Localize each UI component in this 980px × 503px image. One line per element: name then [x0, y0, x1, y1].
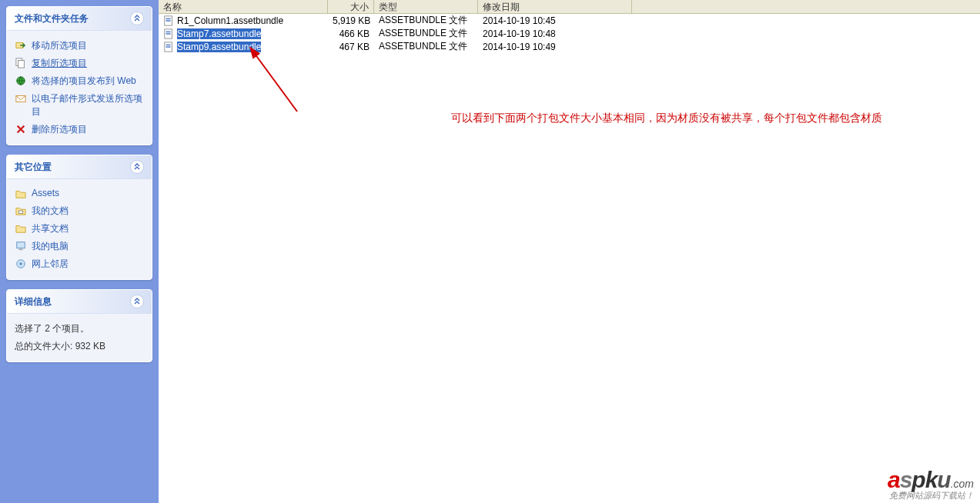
place-label: 网上邻居 — [32, 258, 144, 271]
file-name: Stamp9.assetbundle — [177, 42, 261, 52]
svg-rect-17 — [166, 44, 171, 45]
web-icon — [15, 75, 27, 87]
place-label: 我的电脑 — [32, 240, 144, 253]
watermark-sub: 免费网站源码下载站！ — [888, 490, 974, 501]
svg-rect-12 — [166, 20, 171, 22]
file-date: 2014-10-19 10:49 — [478, 42, 632, 52]
network-icon — [15, 258, 27, 270]
file-row[interactable]: Stamp7.assetbundle 466 KB ASSETBUNDLE 文件… — [159, 27, 980, 40]
place-shared[interactable]: 共享文档 — [15, 220, 144, 238]
svg-point-9 — [19, 262, 22, 265]
places-panel-header[interactable]: 其它位置 — [7, 155, 152, 179]
places-panel: 其它位置 Assets 我的文档 共享文档 我的电脑 — [6, 155, 152, 280]
svg-rect-11 — [166, 18, 171, 19]
mydocs-icon — [15, 205, 27, 217]
watermark-brand: aspku.com — [888, 467, 974, 493]
svg-line-19 — [255, 54, 297, 112]
details-totalsize: 总的文件大小: 932 KB — [15, 338, 144, 355]
column-header-date[interactable]: 修改日期 — [478, 0, 632, 13]
task-copy[interactable]: 复制所选项目 — [15, 55, 144, 72]
task-email[interactable]: 以电子邮件形式发送所选项目 — [15, 90, 144, 121]
svg-rect-7 — [18, 249, 22, 251]
shared-icon — [15, 222, 27, 235]
column-header-name[interactable]: 名称 — [159, 0, 328, 13]
details-panel-title: 详细信息 — [15, 295, 52, 308]
file-size: 467 KB — [328, 42, 374, 52]
place-network[interactable]: 网上邻居 — [15, 255, 144, 273]
tasks-panel-body: 移动所选项目 复制所选项目 将选择的项目发布到 Web 以电子邮件形式发送所选项… — [7, 31, 152, 145]
file-size: 466 KB — [328, 28, 374, 39]
svg-rect-18 — [166, 46, 171, 48]
collapse-icon[interactable] — [130, 160, 144, 174]
tasks-panel: 文件和文件夹任务 移动所选项目 复制所选项目 将选择的项目发布到 Web 以电子… — [6, 6, 152, 145]
file-row[interactable]: Stamp9.assetbundle 467 KB ASSETBUNDLE 文件… — [159, 40, 980, 53]
file-name: Stamp7.assetbundle — [177, 28, 261, 39]
svg-rect-5 — [18, 211, 22, 214]
file-type: ASSETBUNDLE 文件 — [374, 14, 478, 27]
copy-icon — [15, 57, 27, 69]
details-selection: 选择了 2 个项目。 — [15, 320, 144, 338]
task-label: 以电子邮件形式发送所选项目 — [32, 92, 144, 118]
task-delete[interactable]: 删除所选项目 — [15, 121, 144, 138]
explorer-sidebar: 文件和文件夹任务 移动所选项目 复制所选项目 将选择的项目发布到 Web 以电子… — [0, 0, 159, 503]
mail-icon — [15, 92, 27, 105]
task-label: 移动所选项目 — [32, 39, 144, 52]
places-panel-body: Assets 我的文档 共享文档 我的电脑 网上邻居 — [7, 179, 152, 279]
tasks-panel-header[interactable]: 文件和文件夹任务 — [7, 7, 152, 31]
file-type: ASSETBUNDLE 文件 — [374, 40, 478, 53]
task-move[interactable]: 移动所选项目 — [15, 37, 144, 55]
annotation-text: 可以看到下面两个打包文件大小基本相同，因为材质没有被共享，每个打包文件都包含材质 — [451, 112, 882, 125]
details-panel-header[interactable]: 详细信息 — [7, 290, 152, 314]
svg-rect-6 — [17, 242, 25, 248]
task-label: 删除所选项目 — [32, 123, 144, 136]
details-panel-body: 选择了 2 个项目。 总的文件大小: 932 KB — [7, 314, 152, 361]
place-mydocs[interactable]: 我的文档 — [15, 202, 144, 220]
details-panel: 详细信息 选择了 2 个项目。 总的文件大小: 932 KB — [6, 289, 152, 362]
task-label: 复制所选项目 — [32, 57, 144, 70]
places-panel-title: 其它位置 — [15, 161, 52, 174]
svg-rect-2 — [18, 61, 25, 68]
place-label: Assets — [32, 188, 144, 198]
delete-icon — [15, 123, 27, 135]
place-computer[interactable]: 我的电脑 — [15, 238, 144, 255]
column-header-row: 名称 大小 类型 修改日期 — [159, 0, 980, 14]
computer-icon — [15, 240, 27, 252]
task-label: 将选择的项目发布到 Web — [32, 75, 144, 88]
column-header-size[interactable]: 大小 — [328, 0, 374, 13]
file-row[interactable]: R1_Column1.assetbundle 5,919 KB ASSETBUN… — [159, 14, 980, 27]
file-icon — [163, 42, 174, 52]
file-type: ASSETBUNDLE 文件 — [374, 27, 478, 40]
file-icon — [163, 28, 174, 39]
svg-rect-14 — [166, 31, 171, 32]
file-list-body: R1_Column1.assetbundle 5,919 KB ASSETBUN… — [159, 14, 980, 53]
file-name: R1_Column1.assetbundle — [177, 15, 283, 26]
file-size: 5,919 KB — [328, 15, 374, 26]
file-list-pane: 名称 大小 类型 修改日期 R1_Column1.assetbundle 5,9… — [159, 0, 980, 503]
file-icon — [163, 15, 174, 26]
move-icon — [15, 39, 27, 52]
collapse-icon[interactable] — [130, 295, 144, 308]
file-date: 2014-10-19 10:48 — [478, 28, 632, 39]
file-date: 2014-10-19 10:45 — [478, 15, 632, 26]
place-label: 我的文档 — [32, 205, 144, 218]
column-header-type[interactable]: 类型 — [374, 0, 478, 13]
collapse-icon[interactable] — [130, 12, 144, 25]
tasks-panel-title: 文件和文件夹任务 — [15, 12, 89, 25]
folder-icon — [15, 188, 27, 200]
watermark: aspku.com 免费网站源码下载站！ — [888, 467, 974, 501]
task-publish-web[interactable]: 将选择的项目发布到 Web — [15, 72, 144, 90]
svg-rect-15 — [166, 33, 171, 35]
place-assets[interactable]: Assets — [15, 185, 144, 202]
place-label: 共享文档 — [32, 222, 144, 235]
